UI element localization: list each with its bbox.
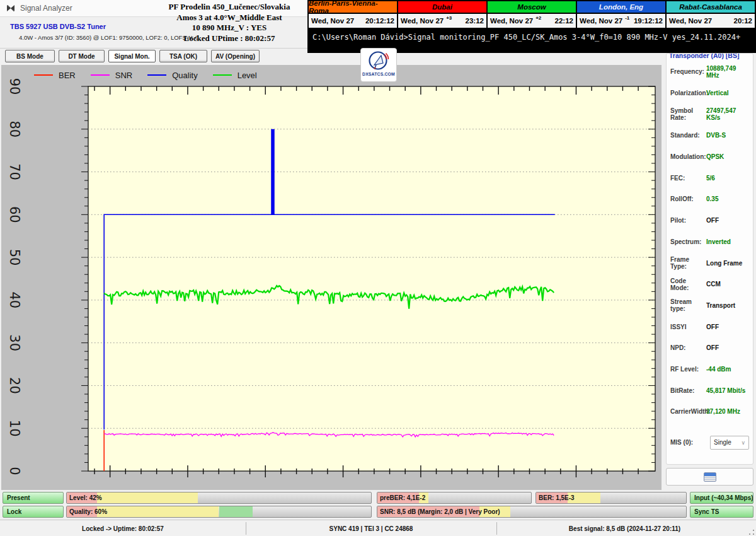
svg-text:50: 50 (7, 249, 22, 266)
present-badge: Present (3, 492, 64, 504)
svg-text:30: 30 (7, 334, 22, 351)
mis-label: MIS (0): (670, 439, 706, 446)
dxsatcs-logo: DXSATCS.COM (360, 48, 397, 82)
clock-name-4: London, Eng (577, 1, 665, 13)
svg-text:10: 10 (7, 420, 22, 437)
transponder-header: Transponder (A0) [BS] (667, 54, 753, 61)
legend-swatch-ber (34, 74, 53, 76)
legend-swatch-quality (147, 74, 166, 76)
console-prompt: C:\Users\Roman Dávid>Signal monitoring_P… (312, 33, 753, 42)
clock-time-4: Wed, Nov 27-119:12:12 (577, 14, 665, 28)
transponder-row-rolloff: RollOff:0.35 (667, 189, 753, 210)
transponder-row-pilot: Pilot:OFF (667, 210, 753, 231)
legend-item-quality: Quality (147, 71, 197, 80)
indicator-row-2: Lock Quality: 60% SNR: 8,5 dB (Margin: 2… (0, 506, 756, 518)
transponder-row-spectrum: Spectrum:Inverted (667, 231, 753, 253)
signal-analyzer-window: Signal Analyzer TBS 5927 USB DVB-S2 Tune… (0, 0, 756, 536)
status-best-signal: Best signal: 8,5 dB (2024-11-27 20:11) (496, 520, 753, 536)
transponder-card: Transponder (A0) [BS] Frequency:10889,74… (666, 53, 753, 465)
clock-name-1: Berlin-Paris-Vienna-Roma (309, 1, 397, 13)
clock-time-5: Wed, Nov 2720:12 (667, 14, 755, 28)
svg-text:60: 60 (7, 206, 22, 223)
tab-signal-mon[interactable]: Signal Mon. (108, 50, 156, 62)
transponder-row-bitrate: BitRate:45,817 Mbit/s (667, 380, 753, 401)
tab-tsa-ok[interactable]: TSA (OK) (159, 50, 207, 62)
transponder-row-rf-level: RF Level:-44 dBm (667, 359, 753, 380)
transponder-row-polarization: Polarization:Vertical (667, 83, 753, 104)
svg-text:90: 90 (7, 78, 22, 95)
site-header: PF Prodelin 450_Lučenec/Slovakia Amos 3 … (151, 2, 307, 47)
resize-grip[interactable] (749, 530, 754, 535)
legend-swatch-level (213, 74, 232, 76)
chevron-down-icon: ∨ (741, 440, 745, 446)
site-header-line4: Locked UPtime : 80:02:57 (151, 33, 307, 44)
dxsatcs-text: DXSATCS.COM (362, 72, 395, 76)
tab-av-opening[interactable]: AV (Opening) (211, 50, 260, 62)
device-button[interactable] (666, 468, 753, 486)
signal-chart: 0102030405060708090 (1, 65, 662, 490)
svg-text:20: 20 (7, 377, 22, 394)
transponder-row-code-mode: Code Mode:CCM (667, 274, 753, 295)
divider (0, 48, 307, 49)
site-header-line2: Amos 3 at 4.0°W_Middle East (151, 13, 307, 23)
tuner-name: TBS 5927 USB DVB-S2 Tuner (10, 23, 106, 30)
world-clocks: Berlin-Paris-Vienna-RomaDubaiMoscowLondo… (307, 0, 756, 29)
ber-progressbar: BER: 1,5E-3 (536, 492, 687, 504)
mode-tabs: BS ModeDT ModeSignal Mon.TSA (OK)AV (Ope… (0, 50, 307, 64)
transponder-row-modulation: Modulation:QPSK (667, 146, 753, 168)
clocks-console-panel: Berlin-Paris-Vienna-RomaDubaiMoscowLondo… (307, 0, 756, 53)
indicator-row-1: Present Level: 42% preBER: 4,1E-2 BER: 1… (0, 492, 756, 504)
status-sync-counters: SYNC 419 | TEI 3 | CC 24868 (246, 520, 496, 536)
transponder-row-standard: Standard:DVB-S (667, 125, 753, 146)
snr-label: SNR: 8,5 dB (Margin: 2,0 dB | Very Poor) (380, 506, 500, 517)
snr-progressbar: SNR: 8,5 dB (Margin: 2,0 dB | Very Poor) (377, 506, 687, 518)
app-icon (6, 3, 16, 13)
mis-dropdown[interactable]: Single ∨ (710, 436, 749, 450)
clock-time-3: Wed, Nov 27+222:12 (488, 14, 576, 28)
site-header-line3: 10 890 MHz_V : YES (151, 23, 307, 33)
satellite-dish-icon (368, 50, 389, 71)
transponder-row-frame-type: Frame Type:Long Frame (667, 252, 753, 274)
svg-text:40: 40 (7, 292, 22, 309)
transponder-row-npd: NPD:OFF (667, 337, 753, 359)
ber-label: BER: 1,5E-3 (539, 492, 575, 503)
status-uptime: Locked -> Uptime: 80:02:57 (0, 520, 246, 536)
statusbar: Locked -> Uptime: 80:02:57 SYNC 419 | TE… (0, 520, 756, 536)
clock-time-2: Wed, Nov 27+323:12 (398, 14, 486, 28)
legend-item-level: Level (213, 71, 257, 80)
svg-text:70: 70 (7, 163, 22, 180)
quality-label: Quality: 60% (69, 506, 107, 517)
svg-text:0: 0 (7, 467, 22, 475)
clock-name-3: Moscow (488, 1, 576, 13)
transponder-rows: Frequency:10889,749 MHzPolarization:Vert… (667, 61, 753, 422)
chart-legend: BERSNRQualityLevel (34, 69, 257, 81)
mis-row: MIS (0): Single ∨ (667, 435, 753, 450)
tab-dt-mode[interactable]: DT Mode (59, 50, 105, 62)
mis-value: Single (714, 439, 731, 446)
transponder-row-carrierwidth: CarrierWidth:37,120 MHz (667, 401, 753, 422)
drive-icon (704, 472, 716, 482)
transponder-row-issyi: ISSYIOFF (667, 316, 753, 337)
legend-swatch-snr (91, 74, 110, 76)
clock-name-2: Dubai (398, 1, 486, 13)
tab-bs-mode[interactable]: BS Mode (5, 50, 55, 62)
level-progressbar: Level: 42% (66, 492, 372, 504)
level-label: Level: 42% (69, 492, 102, 503)
quality-progressbar: Quality: 60% (66, 506, 372, 518)
chart-panel: 0102030405060708090 BERSNRQualityLevel (1, 65, 662, 490)
site-header-line1: PF Prodelin 450_Lučenec/Slovakia (151, 2, 307, 13)
transponder-row-symbol-rate: Symbol Rate:27497,547 KS/s (667, 103, 753, 125)
clock-name-5: Rabat-Casablanca (667, 1, 755, 13)
sync-badge: Sync TS (690, 506, 753, 518)
transponder-row-fec: FEC:5/6 (667, 167, 753, 189)
transponder-row-frequency: Frequency:10889,749 MHz (667, 61, 753, 83)
legend-item-snr: SNR (91, 71, 132, 80)
clock-time-1: Wed, Nov 2720:12:12 (309, 14, 397, 28)
input-badge: Input (~40,34 Mbps) (690, 492, 753, 504)
lock-badge: Lock (3, 506, 64, 518)
preber-progressbar: preBER: 4,1E-2 (377, 492, 532, 504)
svg-text:80: 80 (7, 120, 22, 137)
transponder-row-stream-type: Stream type:Transport (667, 295, 753, 317)
window-title: Signal Analyzer (20, 4, 72, 13)
preber-label: preBER: 4,1E-2 (380, 492, 425, 503)
